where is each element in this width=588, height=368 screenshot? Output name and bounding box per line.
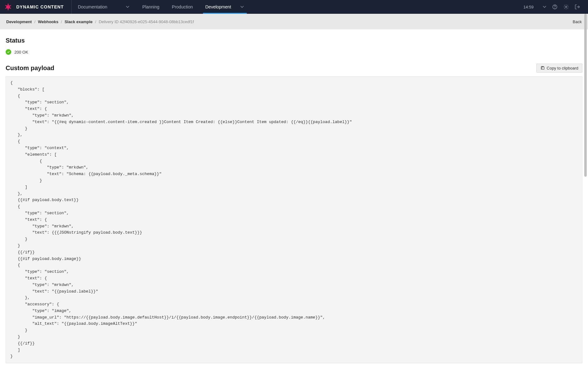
main-content: Status 200 OK Custom payload Copy to cli… [0, 29, 588, 368]
logo-icon [4, 3, 13, 11]
nav-label: Production [172, 4, 193, 9]
breadcrumb-development[interactable]: Development [6, 19, 32, 24]
payload-header: Custom payload Copy to clipboard [6, 64, 582, 73]
chevron-down-icon[interactable] [543, 5, 547, 9]
logout-icon[interactable] [572, 1, 583, 13]
nav-label: Planning [142, 4, 160, 9]
status-title: Status [6, 37, 582, 44]
breadcrumb-sep: / [34, 19, 36, 24]
gear-icon[interactable] [560, 1, 572, 13]
nav-label: Development [205, 4, 231, 9]
time-display: 14:59 [521, 5, 549, 9]
logo-text: DYNAMIC CONTENT [16, 4, 64, 9]
back-link[interactable]: Back [573, 19, 582, 24]
breadcrumb-sep: / [95, 19, 96, 24]
breadcrumb-slack-example[interactable]: Slack example [64, 19, 93, 24]
chevron-down-icon [126, 5, 130, 9]
breadcrumb-bar: Development / Webhooks / Slack example /… [0, 14, 588, 29]
breadcrumb-webhooks[interactable]: Webhooks [38, 19, 58, 24]
logo-container: DYNAMIC CONTENT [0, 0, 72, 14]
svg-rect-3 [542, 67, 544, 69]
payload-title: Custom payload [6, 65, 54, 72]
nav-production[interactable]: Production [166, 0, 199, 14]
status-text: 200 OK [14, 50, 28, 54]
breadcrumb-sep: / [61, 19, 62, 24]
help-icon[interactable] [549, 1, 560, 13]
custom-payload-code[interactable]: { "blocks": [ { "type": "section", "text… [6, 76, 582, 363]
check-circle-icon [6, 49, 11, 55]
copy-to-clipboard-button[interactable]: Copy to clipboard [536, 64, 582, 73]
time-value: 14:59 [523, 5, 534, 9]
scrollbar[interactable] [584, 14, 587, 177]
copy-label: Copy to clipboard [547, 66, 578, 70]
nav-documentation[interactable]: Documentation [72, 0, 136, 14]
clipboard-icon [540, 66, 545, 70]
chevron-down-icon [241, 5, 244, 9]
nav-development[interactable]: Development [199, 0, 251, 14]
status-row: 200 OK [6, 49, 582, 55]
topbar: DYNAMIC CONTENT Documentation Planning P… [0, 0, 588, 14]
nav-label: Documentation [78, 4, 107, 9]
nav-planning[interactable]: Planning [136, 0, 166, 14]
svg-point-1 [555, 8, 555, 8]
breadcrumb-delivery-id: Delivery ID 42f40926-e025-4544-9048-08bb… [99, 19, 194, 24]
svg-point-2 [565, 6, 567, 8]
